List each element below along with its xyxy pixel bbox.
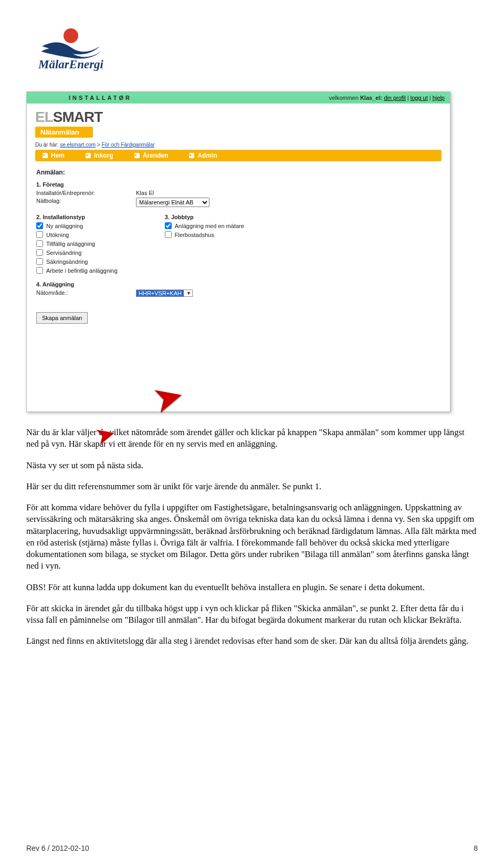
checkbox[interactable] bbox=[36, 222, 43, 229]
link-profile[interactable]: din profil bbox=[384, 95, 406, 101]
crumb-home[interactable]: se.elsmart.com bbox=[60, 142, 96, 148]
checkbox[interactable] bbox=[165, 222, 172, 229]
natbolag-label: Nätbolag: bbox=[36, 198, 115, 207]
chevron-down-icon: ▼ bbox=[186, 291, 191, 296]
install-type-option[interactable]: Ny anläggning bbox=[36, 222, 118, 229]
checkbox-label: Flerbostadshus bbox=[175, 232, 214, 238]
cursor-icon: ➤ bbox=[148, 373, 188, 422]
footer-rev: Rev 6 / 2012-02-10 bbox=[26, 844, 89, 852]
app-screenshot: INSTALLATØR velkommen Klas_el: din profi… bbox=[26, 91, 450, 412]
checkbox[interactable] bbox=[36, 240, 43, 247]
natbolag-select[interactable]: Mälarenergi Elnät AB bbox=[136, 198, 209, 207]
checkbox-label: Tillfällig anläggning bbox=[46, 241, 95, 247]
paragraph-6: För att skicka in ärendet går du tillbak… bbox=[26, 603, 478, 626]
natomrade-select[interactable]: HHR+VSR+KAH ▼ bbox=[136, 290, 193, 297]
checkbox[interactable] bbox=[36, 231, 43, 238]
paragraph-5: OBS! För att kunna ladda upp dokument ka… bbox=[26, 582, 478, 593]
install-type-option[interactable]: Tillfällig anläggning bbox=[36, 240, 118, 247]
page-footer: Rev 6 / 2012-02-10 8 bbox=[26, 844, 478, 852]
checkbox[interactable] bbox=[36, 249, 43, 256]
create-button[interactable]: Skapa anmälan bbox=[36, 312, 88, 324]
install-type-option[interactable]: Utökning bbox=[36, 231, 118, 238]
paragraph-2: Nästa vy ser ut som på nästa sida. bbox=[26, 460, 478, 471]
checkbox-label: Utökning bbox=[46, 232, 69, 238]
link-logout[interactable]: logg ut bbox=[411, 95, 428, 101]
checkbox-label: Anläggning med en mätare bbox=[175, 223, 244, 229]
checkbox-label: Servisändring bbox=[46, 250, 81, 256]
tab-icon bbox=[189, 153, 194, 158]
tab-admin[interactable]: Admin bbox=[189, 152, 217, 159]
section-4-title: 4. Anläggning bbox=[36, 281, 440, 287]
paragraph-7: Längst ned finns en aktivitetslogg där a… bbox=[26, 635, 478, 647]
checkbox-label: Säkringsändring bbox=[46, 259, 88, 265]
form-title: Anmälan: bbox=[36, 169, 440, 176]
link-help[interactable]: hjelp bbox=[433, 95, 445, 101]
tab-icon bbox=[134, 153, 140, 158]
checkbox[interactable] bbox=[36, 267, 43, 274]
role-label: INSTALLATØR bbox=[69, 95, 132, 101]
section-2-title: 2. Installationstyp bbox=[36, 214, 118, 220]
footer-page: 8 bbox=[474, 844, 478, 852]
tab-icon bbox=[86, 153, 91, 158]
screenshot-header: INSTALLATØR velkommen Klas_el: din profi… bbox=[27, 92, 450, 104]
paragraph-4: För att komma vidare behöver du fylla i … bbox=[26, 502, 478, 572]
job-type-option[interactable]: Flerbostadshus bbox=[165, 231, 244, 238]
company-logo: MälarEnergi bbox=[26, 26, 478, 76]
tab-bar: Hem Inkorg Ärenden Admin bbox=[35, 150, 442, 161]
job-type-option[interactable]: Anläggning med en mätare bbox=[165, 222, 244, 229]
installer-value: Klas El bbox=[136, 190, 154, 196]
paragraph-3: Här ser du ditt referensnummer som är un… bbox=[26, 481, 478, 492]
app-brand: ELSMART Nätanmälan bbox=[35, 109, 442, 138]
checkbox[interactable] bbox=[165, 231, 172, 238]
tab-arenden[interactable]: Ärenden bbox=[134, 152, 169, 159]
install-type-option[interactable]: Säkringsändring bbox=[36, 258, 118, 265]
svg-text:MälarEnergi: MälarEnergi bbox=[38, 58, 104, 71]
crumb-section[interactable]: För och Färdiganmälar bbox=[101, 142, 154, 148]
paragraph-1: När du är klar väljer du vilket nätområd… bbox=[26, 427, 478, 450]
checkbox-label: Arbete i befintlig anläggning bbox=[46, 267, 118, 274]
checkbox-label: Ny anläggning bbox=[46, 223, 83, 229]
svg-point-0 bbox=[64, 28, 78, 43]
checkbox[interactable] bbox=[36, 258, 43, 265]
breadcrumb: Du är här: se.elsmart.com > För och Färd… bbox=[35, 142, 442, 148]
install-type-option[interactable]: Arbete i befintlig anläggning bbox=[36, 267, 118, 274]
tab-inkorg[interactable]: Inkorg bbox=[86, 152, 113, 159]
install-type-option[interactable]: Servisändring bbox=[36, 249, 118, 256]
tab-icon bbox=[43, 153, 48, 158]
header-right: velkommen Klas_el: din profil | logg ut … bbox=[329, 95, 445, 101]
tab-hem[interactable]: Hem bbox=[43, 152, 65, 159]
natomrade-label: Nätområde.: bbox=[36, 290, 115, 297]
installer-label: Installatör/Entreprenör: bbox=[36, 190, 115, 196]
section-3-title: 3. Jobbtyp bbox=[165, 214, 244, 220]
section-1-title: 1. Företag bbox=[36, 181, 440, 188]
